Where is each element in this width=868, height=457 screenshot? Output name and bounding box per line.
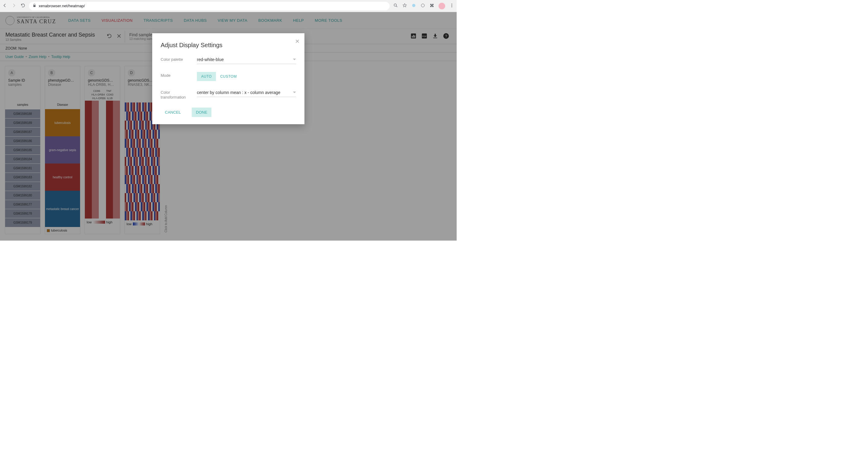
display-settings-modal: ✕ Adjust Display Settings Color palette …: [152, 33, 304, 124]
lock-icon: [33, 4, 36, 8]
close-icon[interactable]: ✕: [295, 38, 300, 45]
zoom-page-icon[interactable]: [393, 3, 398, 9]
svg-point-1: [412, 4, 415, 7]
mode-auto-button[interactable]: AUTO: [197, 72, 216, 81]
address-bar[interactable]: xenabrowser.net/heatmap/: [29, 2, 390, 10]
extension-icon-2[interactable]: [421, 3, 425, 9]
select-value: red-white-blue: [197, 57, 224, 62]
url-text: xenabrowser.net/heatmap/: [39, 4, 85, 8]
svg-point-4: [452, 5, 453, 6]
modal-title: Adjust Display Settings: [161, 42, 296, 49]
forward-icon[interactable]: [11, 3, 16, 9]
chevron-down-icon: [293, 92, 296, 94]
cancel-button[interactable]: CANCEL: [161, 108, 185, 117]
star-icon[interactable]: [402, 3, 407, 9]
extension-icon-1[interactable]: [411, 3, 416, 9]
svg-point-5: [452, 6, 453, 7]
select-color-transformation[interactable]: center by column mean : x - column avera…: [197, 89, 296, 97]
kebab-icon[interactable]: [450, 3, 454, 9]
profile-avatar[interactable]: [438, 3, 445, 9]
reload-icon[interactable]: [21, 3, 25, 9]
mode-custom-button[interactable]: CUSTOM: [216, 72, 241, 81]
svg-point-3: [452, 4, 453, 4]
svg-point-2: [421, 4, 425, 7]
back-icon[interactable]: [2, 3, 7, 9]
svg-point-0: [394, 4, 397, 6]
select-value: center by column mean : x - column avera…: [197, 90, 280, 95]
label-color-palette: Color palette: [161, 56, 192, 62]
select-color-palette[interactable]: red-white-blue: [197, 56, 296, 64]
browser-chrome: xenabrowser.net/heatmap/: [0, 0, 457, 12]
puzzle-icon[interactable]: [430, 3, 434, 9]
done-button[interactable]: DONE: [192, 108, 212, 117]
label-color-transformation: Color transformation: [161, 89, 192, 100]
label-mode: Mode: [161, 72, 192, 78]
chevron-down-icon: [293, 59, 296, 62]
